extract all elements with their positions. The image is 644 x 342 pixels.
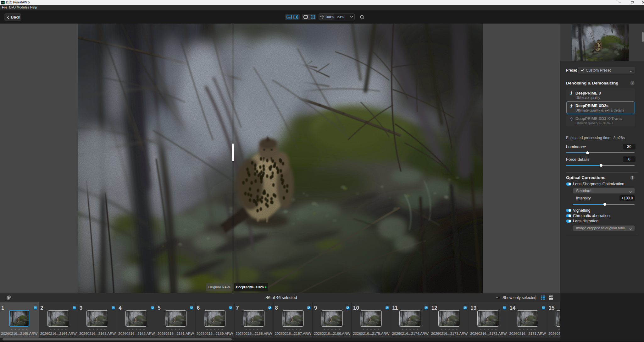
- svg-text:PR: PR: [2, 2, 4, 3]
